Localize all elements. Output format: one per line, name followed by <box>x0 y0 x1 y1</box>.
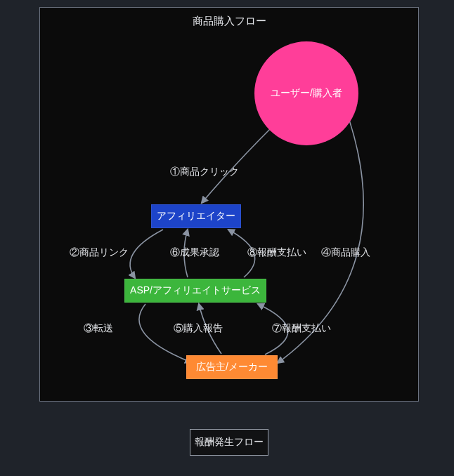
edge-label-7: ⑦報酬支払い <box>272 322 331 335</box>
edge-label-3: ③転送 <box>84 322 113 335</box>
secondary-flow-button[interactable]: 報酬発生フロー <box>190 429 268 456</box>
flow-panel: 商品購入フロー ユーザー/購入者 アフィリエイター ASP/ア <box>39 7 419 402</box>
edge-label-2: ②商品リンク <box>70 246 129 259</box>
panel-title: 商品購入フロー <box>40 8 418 28</box>
node-user: ユーザー/購入者 <box>254 41 358 145</box>
edge-label-6: ⑥成果承認 <box>170 246 219 259</box>
edge-label-5: ⑤購入報告 <box>174 322 223 335</box>
node-advertiser: 広告主/メーカー <box>186 355 278 379</box>
node-asp: ASP/アフィリエイトサービス <box>124 279 266 303</box>
edge-label-8: ⑧報酬支払い <box>247 246 306 259</box>
node-affiliator: アフィリエイター <box>151 204 241 228</box>
edge-label-4: ④商品購入 <box>321 246 370 259</box>
edge-label-1: ①商品クリック <box>170 166 239 178</box>
